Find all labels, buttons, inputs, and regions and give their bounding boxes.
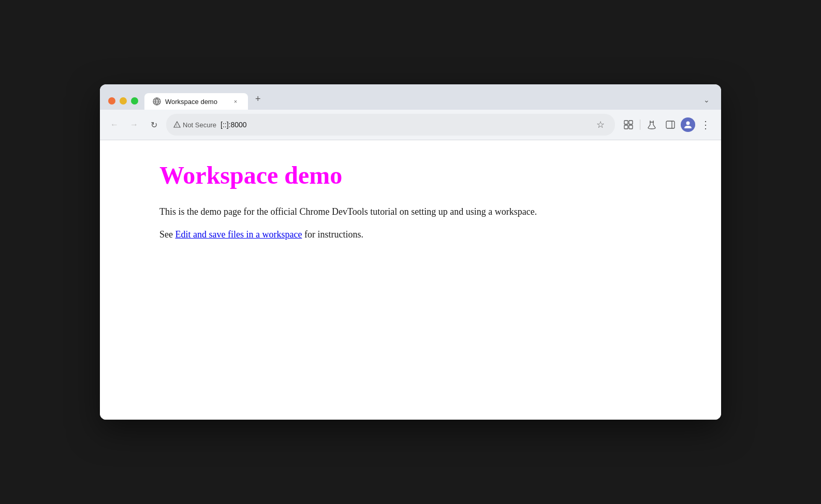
reload-button[interactable]: ↻ — [146, 117, 161, 132]
back-button[interactable]: ← — [107, 117, 122, 132]
more-button[interactable]: ⋮ — [697, 116, 714, 133]
svg-rect-5 — [629, 125, 633, 129]
link-prefix: See — [159, 229, 175, 240]
address-bar[interactable]: ! Not Secure [::]:8000 ☆ — [166, 114, 615, 136]
traffic-lights — [106, 97, 142, 110]
workspace-link[interactable]: Edit and save files in a workspace — [175, 229, 302, 240]
warning-icon: ! — [173, 121, 181, 128]
security-indicator: ! Not Secure — [173, 121, 216, 129]
sidebar-icon — [665, 120, 676, 130]
svg-rect-3 — [629, 121, 633, 124]
link-suffix: for instructions. — [302, 229, 363, 240]
extensions-button[interactable] — [620, 117, 637, 132]
extensions-icon — [623, 120, 634, 130]
page-description: This is the demo page for the official C… — [159, 205, 706, 219]
close-traffic-light[interactable] — [108, 97, 115, 105]
user-icon — [683, 120, 693, 129]
new-tab-button[interactable]: + — [250, 90, 266, 109]
sidebar-button[interactable] — [662, 117, 679, 132]
lab-icon — [647, 120, 657, 130]
svg-rect-4 — [624, 125, 628, 129]
tab-close-button[interactable]: × — [231, 97, 240, 106]
globe-icon — [153, 97, 161, 106]
page-heading: Workspace demo — [159, 161, 706, 189]
lab-button[interactable] — [643, 117, 660, 132]
not-secure-label: Not Secure — [183, 121, 216, 129]
svg-point-9 — [686, 122, 690, 125]
tab-list-chevron[interactable]: ⌄ — [698, 92, 715, 108]
toolbar: ← → ↻ ! Not Secure [::]:8000 ☆ — [100, 110, 721, 140]
url-text: [::]:8000 — [221, 121, 247, 129]
title-bar: Workspace demo × + ⌄ ← → ↻ ! Not Secure — [100, 84, 721, 140]
address-actions: ☆ — [593, 117, 608, 132]
tab-row: Workspace demo × + ⌄ — [100, 84, 721, 110]
forward-button[interactable]: → — [127, 117, 141, 132]
maximize-traffic-light[interactable] — [131, 97, 138, 105]
bookmark-button[interactable]: ☆ — [593, 117, 608, 132]
svg-rect-7 — [666, 121, 675, 128]
tab-title: Workspace demo — [165, 98, 227, 106]
svg-text:!: ! — [177, 124, 178, 127]
avatar[interactable] — [681, 117, 695, 132]
toolbar-divider — [640, 120, 640, 130]
page-content: Workspace demo This is the demo page for… — [100, 140, 721, 420]
page-link-line: See Edit and save files in a workspace f… — [159, 229, 706, 240]
svg-rect-2 — [624, 121, 628, 124]
active-tab[interactable]: Workspace demo × — [144, 93, 248, 110]
toolbar-icons: ⋮ — [620, 116, 714, 133]
minimize-traffic-light[interactable] — [120, 97, 127, 105]
browser-window: Workspace demo × + ⌄ ← → ↻ ! Not Secure — [100, 84, 721, 420]
